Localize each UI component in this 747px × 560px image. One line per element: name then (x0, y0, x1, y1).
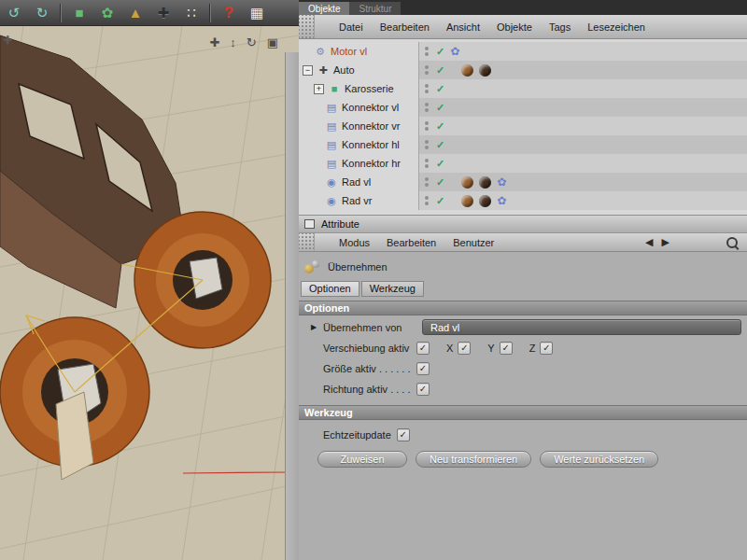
material-tag-icon[interactable] (479, 195, 491, 207)
groesse-checkbox[interactable]: ✓ (416, 362, 430, 375)
xpresso-tag-icon[interactable]: ✿ (497, 175, 506, 189)
axis-x-checkbox[interactable]: ✓ (458, 342, 471, 355)
axis-y-checkbox[interactable]: ✓ (500, 342, 513, 355)
enable-check-icon[interactable]: ✓ (436, 83, 444, 95)
uebernehmen-von-dropdown[interactable]: Rad vl (422, 319, 741, 335)
tab-struktur[interactable]: Struktur (349, 2, 401, 15)
object-label[interactable]: Karosserie (345, 83, 394, 94)
rotate-view-icon[interactable]: ↻ (247, 35, 257, 49)
viewport-corner-icon[interactable]: ✚ (3, 34, 12, 47)
visibility-dots-icon[interactable] (423, 65, 430, 75)
xpresso-tag-icon[interactable]: ✿ (450, 45, 459, 58)
enable-check-icon[interactable]: ✓ (436, 158, 444, 170)
dolly-view-icon[interactable]: ↕ (230, 35, 236, 49)
object-row-motor-vl[interactable]: ⚙ Motor vl ✓ ✿ (299, 42, 747, 61)
enable-check-icon[interactable]: ✓ (436, 176, 444, 189)
menu-objekte[interactable]: Objekte (497, 21, 532, 33)
visibility-dots-icon[interactable] (423, 121, 430, 131)
panel-grip[interactable] (299, 233, 315, 251)
object-row-konnektor-vl[interactable]: ▤ Konnektor vl ✓ (299, 98, 747, 117)
material-tag-icon[interactable] (461, 195, 473, 207)
axis-y-label: Y (487, 343, 494, 354)
richtung-checkbox[interactable]: ✓ (416, 383, 430, 396)
panel-grip[interactable] (299, 15, 315, 38)
material-tag-icon[interactable] (479, 64, 491, 77)
object-label[interactable]: Rad vr (342, 195, 372, 206)
visibility-dots-icon[interactable] (423, 196, 430, 205)
echtzeitupdate-row: Echtzeitupdate ✓ (299, 426, 747, 443)
enable-check-icon[interactable]: ✓ (436, 195, 444, 207)
axis-z-checkbox[interactable]: ✓ (540, 342, 553, 355)
verschiebung-checkbox[interactable]: ✓ (416, 342, 430, 355)
disclosure-triangle-icon[interactable]: ▶ (311, 323, 317, 331)
visibility-dots-icon[interactable] (423, 177, 430, 187)
object-row-konnektor-hr[interactable]: ▤ Konnektor hr ✓ (299, 154, 747, 173)
object-label[interactable]: Konnektor hr (342, 158, 401, 169)
visibility-dots-icon[interactable] (423, 84, 430, 93)
enable-check-icon[interactable]: ✓ (436, 102, 444, 114)
modeling-flower-icon[interactable]: ✿ (95, 2, 120, 24)
tab-optionen[interactable]: Optionen (301, 281, 359, 297)
content-browser-icon[interactable]: ▦ (245, 2, 269, 24)
tab-werkzeug[interactable]: Werkzeug (361, 281, 424, 297)
material-tag-icon[interactable] (479, 176, 491, 189)
visibility-dots-icon[interactable] (423, 159, 430, 168)
particles-icon[interactable]: ∷ (179, 2, 204, 24)
enable-check-icon[interactable]: ✓ (436, 46, 444, 58)
visibility-dots-icon[interactable] (423, 140, 430, 149)
menu-bearbeiten[interactable]: Bearbeiten (380, 21, 430, 33)
menu-bearbeiten-attr[interactable]: Bearbeiten (387, 237, 436, 248)
move-tool-icon[interactable]: ✚ (151, 2, 176, 24)
menu-lesezeichen[interactable]: Lesezeichen (587, 21, 645, 33)
toggle-view-icon[interactable]: ▣ (267, 35, 278, 49)
menu-tags[interactable]: Tags (549, 21, 571, 33)
redo-icon[interactable]: ↻ (30, 2, 54, 24)
material-tag-icon[interactable] (461, 64, 473, 77)
object-row-konnektor-vr[interactable]: ▤ Konnektor vr ✓ (299, 117, 747, 135)
object-row-konnektor-hl[interactable]: ▤ Konnektor hl ✓ (299, 135, 747, 154)
collapse-expander-icon[interactable]: − (303, 65, 313, 76)
enable-check-icon[interactable]: ✓ (436, 64, 444, 77)
material-tag-icon[interactable] (461, 176, 473, 189)
viewport-nav: ✚ ↕ ↻ ▣ (209, 35, 278, 49)
werte-zuruecksetzen-button[interactable]: Werte zurücksetzen (540, 451, 658, 468)
help-icon[interactable]: ? (217, 2, 241, 24)
enable-check-icon[interactable]: ✓ (436, 139, 444, 151)
section-header-optionen[interactable]: Optionen (299, 301, 747, 315)
zuweisen-button[interactable]: Zuweisen (317, 451, 407, 468)
object-row-auto[interactable]: − ✚ Auto ✓ (299, 61, 747, 79)
object-label[interactable]: Auto (333, 64, 355, 76)
object-label[interactable]: Rad vl (342, 176, 371, 188)
echtzeitupdate-checkbox[interactable]: ✓ (397, 428, 410, 441)
object-label[interactable]: Konnektor vr (342, 120, 400, 132)
section-header-werkzeug[interactable]: Werkzeug (299, 405, 747, 420)
object-label[interactable]: Konnektor hl (342, 139, 400, 150)
history-forward-icon[interactable]: ▶ (662, 236, 669, 248)
object-row-karosserie[interactable]: + ■ Karosserie ✓ (299, 79, 747, 98)
cone-primitive-icon[interactable]: ▲ (123, 2, 148, 24)
search-icon[interactable] (726, 237, 738, 248)
visibility-dots-icon[interactable] (423, 103, 430, 112)
xpresso-tag-icon[interactable]: ✿ (497, 194, 506, 207)
menu-benutzer[interactable]: Benutzer (453, 237, 494, 248)
object-row-rad-vr[interactable]: ◉ Rad vr ✓ ✿ (299, 191, 747, 210)
cube-primitive-icon[interactable]: ■ (67, 2, 92, 24)
viewport[interactable]: ✚ ✚ ↕ ↻ ▣ (0, 26, 299, 560)
object-row-rad-vl[interactable]: ◉ Rad vl ✓ ✿ (299, 173, 747, 191)
menu-modus[interactable]: Modus (339, 237, 370, 248)
object-label[interactable]: Konnektor vl (342, 102, 399, 113)
expand-expander-icon[interactable]: + (314, 84, 324, 94)
menu-datei[interactable]: Datei (339, 21, 363, 33)
neu-transformieren-button[interactable]: Neu transformieren (416, 451, 531, 468)
history-back-icon[interactable]: ◀ (645, 236, 653, 248)
undo-icon[interactable]: ↺ (2, 2, 26, 24)
visibility-dots-icon[interactable] (423, 47, 430, 56)
richtung-aktiv-row: Richtung aktiv . . . . ✓ (299, 380, 747, 398)
attribute-body: Übernehmen Optionen Werkzeug Optionen ▶ … (299, 252, 747, 560)
enable-check-icon[interactable]: ✓ (436, 120, 444, 133)
pan-view-icon[interactable]: ✚ (209, 35, 219, 49)
tab-objekte[interactable]: Objekte (299, 2, 349, 15)
viewport-canvas[interactable] (0, 26, 299, 560)
menu-ansicht[interactable]: Ansicht (446, 21, 480, 33)
object-label[interactable]: Motor vl (331, 46, 367, 57)
